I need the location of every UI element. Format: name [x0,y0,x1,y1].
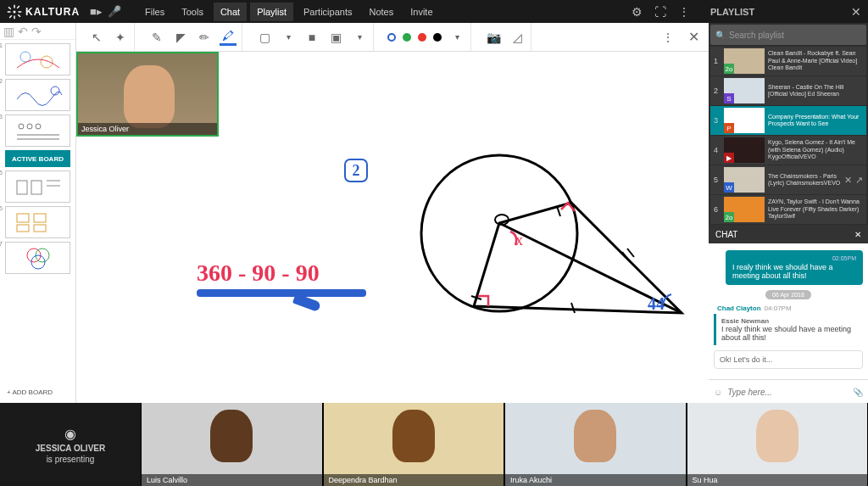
color-blue[interactable] [387,33,396,42]
question-number: 2 [344,159,368,182]
svg-point-0 [14,10,16,13]
pencil-tool[interactable]: ✎ [148,29,165,46]
menu-playlist[interactable]: Playlist [250,3,293,21]
share-icon[interactable]: ↗ [855,175,863,186]
marker-underline [197,289,366,297]
chat-input[interactable] [727,388,848,397]
board-thumb-6[interactable]: 6 [5,206,70,238]
menu-chat[interactable]: Chat [214,3,247,21]
svg-rect-2 [14,15,15,19]
kaltura-icon [7,4,22,20]
attach-icon[interactable]: 📎 [853,388,863,397]
fullscreen-icon[interactable]: ⛶ [654,5,666,19]
board-thumb-2[interactable]: 2 [5,79,70,111]
toolbar-close-icon[interactable]: ✕ [685,29,702,46]
svg-rect-22 [34,214,46,222]
playlist-item-1[interactable]: 12oClean Bandit - Rockabye ft. Sean Paul… [710,47,866,75]
image-tool-icon[interactable]: ◿ [509,29,526,46]
close-playlist-icon[interactable]: ✕ [851,5,861,19]
presenting-tile: ◉ JESSICA OLIVER is presenting [0,403,141,486]
svg-rect-4 [19,11,22,13]
playlist-section: 🔍Search playlist 12oClean Bandit - Rocka… [709,23,868,225]
participant-tile-1[interactable]: Luis Calvillo [142,403,322,486]
color-black[interactable] [433,33,442,42]
playlist-search[interactable]: 🔍Search playlist [710,25,866,45]
angle-44-label: 44 [648,294,665,313]
menu-tools[interactable]: Tools [175,3,210,21]
menu-notes[interactable]: Notes [362,3,400,21]
more-icon[interactable]: ⋮ [678,5,690,19]
participants-strip: ◉ JESSICA OLIVER is presenting Luis Calv… [0,403,868,486]
svg-rect-17 [17,181,27,194]
menu-invite[interactable]: Invite [403,3,439,21]
svg-rect-5 [8,6,12,9]
top-bar: KALTURA ■▸ 🎤 Files Tools Chat Playlist P… [0,0,868,23]
shape-more-icon[interactable]: ▾ [280,29,297,46]
gear-icon[interactable]: ⚙ [632,5,643,19]
chat-input-row: ☺ 📎 [709,379,868,403]
wand-tool[interactable]: ✦ [112,29,129,46]
shape-square-tool[interactable]: ▢ [256,29,273,46]
undo-icon[interactable]: ↶ [18,25,28,38]
camera-tool-icon[interactable]: 📷 [485,29,502,46]
playlist-item-5[interactable]: 5WThe Chainsmokers - Paris (Lyric) Chain… [710,165,866,194]
svg-rect-23 [17,225,29,232]
brand-logo: KALTURA [7,4,80,20]
stroke-more-icon[interactable]: ▾ [351,29,368,46]
add-board-button[interactable]: + ADD BOARD [0,382,75,403]
participant-tile-3[interactable]: Iruka Akuchi [505,403,686,486]
mic-icon[interactable]: 🎤 [108,5,121,18]
board-thumb-3[interactable]: 3 [5,115,70,147]
whiteboard-canvas[interactable]: Jessica Oliver 2 360 - 90 - 90 x [76,52,709,403]
presenter-video-pip[interactable]: Jessica Oliver [76,52,219,137]
participant-tile-4[interactable]: Su Hua [687,403,868,486]
shape-fill-black[interactable]: ■ [303,29,320,46]
svg-line-36 [627,249,634,257]
playlist-panel-title: PLAYLIST [710,7,754,17]
chat-message-outgoing: 02:05PM I realy think we should have a m… [726,250,863,285]
chat-date-divider: 06 Apr 2018 [765,290,811,299]
math-expression: 360 - 90 - 90 [197,260,320,287]
chat-message-reply: Ok! Let's do it... [714,350,863,369]
marker-tool[interactable]: 🖍 [220,29,236,46]
emoji-icon[interactable]: ☺ [714,388,722,397]
menu-participants[interactable]: Participants [297,3,359,21]
participant-tile-2[interactable]: Deependra Bardhan [324,403,504,486]
remove-icon[interactable]: ✕ [844,175,852,186]
pointer-tool[interactable]: ↖ [88,29,105,46]
playlist-item-2[interactable]: 2SSheeran - Castle On The Hill [Official… [710,76,866,105]
board-thumbnails: ▥ ↶ ↷ 1 2 3 ACTIVE BOARD 5 6 7 + ADD BOA… [0,23,76,403]
board-thumb-1[interactable]: 1 [5,43,70,75]
redo-icon[interactable]: ↷ [31,25,42,38]
svg-rect-1 [14,4,15,8]
chat-sender-1: Chad Clayton04:07PM [714,304,863,312]
playlist-item-3[interactable]: 3PCompany Presentation: What Your Prospe… [710,106,866,135]
close-chat-icon[interactable]: ✕ [854,230,861,239]
board-thumb-7[interactable]: 7 [5,242,70,274]
search-icon: 🔍 [715,31,726,40]
playlist-item-6[interactable]: 62oZAYN, Taylor Swift - I Don't Wanna Li… [710,195,866,224]
board-thumb-4-active[interactable]: ACTIVE BOARD [5,150,70,167]
toolbar-more-icon[interactable]: ⋮ [659,29,676,46]
color-red[interactable] [418,33,426,42]
eraser-tool[interactable]: ◤ [172,29,189,46]
chat-section: CHAT✕ 02:05PM I realy think we should ha… [709,225,868,403]
camera-icon[interactable]: ■▸ [90,5,103,18]
whiteboard-toolbar: ↖ ✦ ✎ ◤ ✏ 🖍 ▢ ▾ ■ ▣ ▾ [76,23,709,52]
board-layout-icon[interactable]: ▥ [3,25,14,38]
svg-rect-24 [34,225,46,232]
color-more-icon[interactable]: ▾ [448,29,465,46]
svg-rect-8 [9,14,13,18]
angle-x-label: x [515,232,523,249]
menu-files[interactable]: Files [138,3,171,21]
pip-name-label: Jessica Oliver [78,123,217,135]
highlighter-tool[interactable]: ✏ [196,29,213,46]
playlist-item-4[interactable]: 4▶Kygo, Selena Gomez - It Ain't Me (with… [710,136,866,165]
shape-fill-outline[interactable]: ▣ [327,29,344,46]
svg-rect-6 [18,14,21,17]
geometry-drawing: x 44 [410,143,698,347]
board-thumb-5[interactable]: 5 [5,170,70,203]
color-green[interactable] [403,33,411,42]
svg-rect-7 [17,5,20,8]
svg-line-32 [557,206,560,216]
